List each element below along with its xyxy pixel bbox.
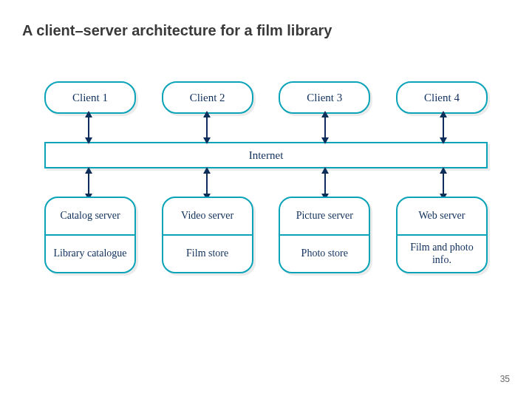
server-name: Picture server xyxy=(280,198,369,236)
page-number: 35 xyxy=(500,374,510,384)
server-store: Library catalogue xyxy=(46,236,134,272)
arrowhead-down-icon xyxy=(321,137,329,144)
client-node-4: Client 4 xyxy=(396,81,488,114)
server-store: Photo store xyxy=(280,236,369,272)
servers-row: Catalog server Library catalogue Video s… xyxy=(44,197,488,273)
server-node-video: Video server Film store xyxy=(162,197,253,273)
architecture-diagram: Client 1 Client 2 Client 3 Client 4 Inte… xyxy=(44,81,488,273)
client-node-1: Client 1 xyxy=(44,81,136,114)
arrowhead-up-icon xyxy=(85,111,92,117)
server-store: Film store xyxy=(163,236,252,272)
server-name: Catalog server xyxy=(46,198,134,236)
clients-row: Client 1 Client 2 Client 3 Client 4 xyxy=(44,81,488,114)
arrowhead-up-icon xyxy=(440,167,447,174)
arrowhead-up-icon xyxy=(85,167,92,174)
client-node-3: Client 3 xyxy=(279,81,370,114)
arrowhead-up-icon xyxy=(203,167,211,174)
arrowhead-down-icon xyxy=(203,137,211,144)
slide-title: A client–server architecture for a film … xyxy=(22,22,332,39)
server-node-catalog: Catalog server Library catalogue xyxy=(44,197,136,273)
internet-bar: Internet xyxy=(44,142,488,168)
arrowhead-down-icon xyxy=(440,137,447,144)
arrowhead-up-icon xyxy=(321,111,329,117)
arrowhead-up-icon xyxy=(321,167,329,174)
arrowhead-up-icon xyxy=(203,111,211,117)
arrowhead-down-icon xyxy=(85,137,92,144)
server-name: Web server xyxy=(398,198,486,236)
arrowhead-up-icon xyxy=(440,111,447,117)
server-node-web: Web server Film and photo info. xyxy=(396,197,488,273)
server-node-picture: Picture server Photo store xyxy=(279,197,370,273)
server-name: Video server xyxy=(163,198,252,236)
server-store: Film and photo info. xyxy=(398,236,486,272)
client-node-2: Client 2 xyxy=(162,81,253,114)
